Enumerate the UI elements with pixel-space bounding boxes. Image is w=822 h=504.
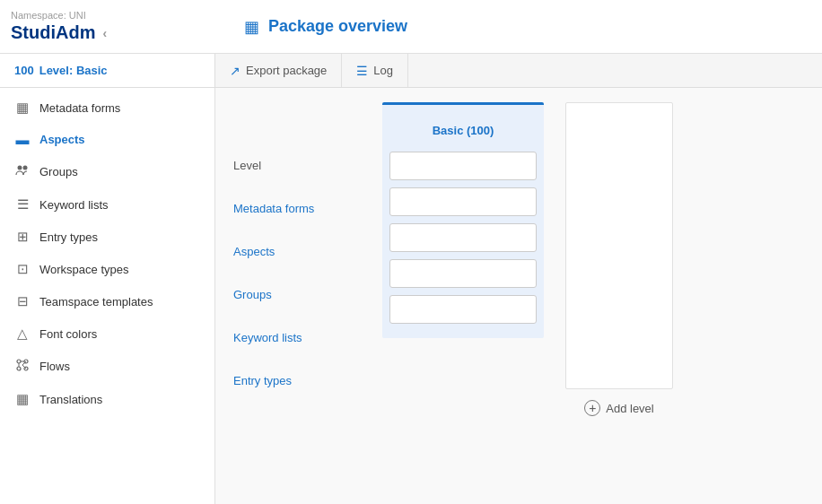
namespace-label: Namespace: UNI: [11, 10, 226, 21]
export-label: Export package: [246, 64, 327, 77]
collapse-icon[interactable]: ‹: [102, 26, 107, 40]
sidebar-item-keyword-lists[interactable]: ☰ Keyword lists: [0, 188, 214, 221]
sidebar-item-label: Aspects: [39, 133, 85, 146]
level-name: Level: Basic: [39, 64, 108, 77]
page-header-title: Package overview: [268, 17, 407, 36]
namespace-title-wrap: Namespace: UNI StudiAdm ‹: [11, 10, 226, 43]
log-label: Log: [373, 64, 393, 77]
level-input-groups[interactable]: [389, 223, 537, 252]
row-label-metadata-forms: Metadata forms: [233, 187, 368, 230]
sidebar-item-label: Flows: [39, 360, 70, 373]
row-label-level: Level: [233, 143, 368, 187]
export-icon: ↗: [230, 64, 240, 78]
svg-point-0: [18, 166, 22, 170]
workspace-types-icon: ⊡: [14, 261, 31, 277]
sidebar-item-entry-types[interactable]: ⊞ Entry types: [0, 221, 214, 253]
translations-icon: ▦: [14, 391, 31, 407]
flows-icon: [14, 358, 31, 375]
sidebar-item-aspects[interactable]: ▬ Aspects: [0, 124, 214, 155]
sub-toolbar: 100 Level: Basic ↗ Export package ☰ Log: [0, 54, 822, 88]
sidebar-item-label: Keyword lists: [39, 198, 109, 212]
top-header: Namespace: UNI StudiAdm ‹ ▦ Package over…: [0, 0, 822, 54]
page-header-area: ▦ Package overview: [226, 17, 407, 37]
level-card-header: Basic (100): [389, 109, 537, 152]
groups-icon: [14, 163, 31, 180]
keyword-lists-icon: ☰: [14, 196, 31, 213]
sidebar-item-flows[interactable]: Flows: [0, 350, 214, 383]
sidebar: ▦ Metadata forms ▬ Aspects Groups ☰ Keyw…: [0, 88, 215, 504]
sidebar-item-workspace-types[interactable]: ⊡ Workspace types: [0, 253, 214, 285]
sidebar-item-label: Teamspace templates: [39, 295, 153, 308]
export-package-button[interactable]: ↗ Export package: [215, 54, 342, 87]
log-icon: ☰: [356, 64, 368, 78]
aspects-icon: ▬: [14, 132, 31, 147]
sidebar-item-font-colors[interactable]: △ Font colors: [0, 317, 214, 350]
font-colors-icon: △: [14, 326, 31, 342]
labels-column: LevelMetadata formsAspectsGroupsKeyword …: [233, 102, 368, 402]
add-level-label: Add level: [606, 402, 653, 415]
sidebar-item-groups[interactable]: Groups: [0, 155, 214, 188]
level-input-aspects[interactable]: [389, 187, 537, 216]
level-number: 100: [14, 64, 34, 77]
add-level-area[interactable]: +Add level: [584, 396, 653, 420]
toolbar-actions: ↗ Export package ☰ Log: [215, 54, 408, 87]
row-label-groups: Groups: [233, 273, 368, 316]
svg-point-1: [23, 166, 28, 170]
sidebar-item-label: Font colors: [39, 327, 97, 341]
row-label-keyword-lists: Keyword lists: [233, 316, 368, 359]
row-label-aspects: Aspects: [233, 230, 368, 273]
svg-point-2: [17, 360, 21, 363]
right-panel: [565, 102, 673, 389]
add-level-icon: +: [584, 400, 600, 416]
sidebar-item-label: Metadata forms: [39, 101, 120, 115]
level-input-entry-types[interactable]: [389, 295, 537, 324]
right-column: +Add level: [565, 102, 673, 420]
sidebar-item-label: Groups: [39, 165, 78, 178]
level-badge: 100 Level: Basic: [0, 54, 215, 87]
app-title: StudiAdm ‹: [11, 22, 226, 43]
row-label-entry-types: Entry types: [233, 359, 368, 402]
sidebar-item-teamspace-templates[interactable]: ⊟ Teamspace templates: [0, 285, 214, 317]
content-area: LevelMetadata formsAspectsGroupsKeyword …: [215, 88, 822, 504]
page-header-icon: ▦: [244, 17, 259, 37]
metadata-forms-icon: ▦: [14, 100, 31, 116]
entry-types-icon: ⊞: [14, 229, 31, 245]
sidebar-item-translations[interactable]: ▦ Translations: [0, 383, 214, 415]
sidebar-item-label: Entry types: [39, 230, 98, 244]
level-card-wrap: Basic (100): [382, 102, 544, 338]
sidebar-item-metadata-forms[interactable]: ▦ Metadata forms: [0, 91, 214, 124]
log-button[interactable]: ☰ Log: [342, 54, 408, 87]
svg-point-4: [17, 367, 21, 370]
level-input-keyword-lists[interactable]: [389, 259, 537, 288]
sidebar-item-label: Translations: [39, 393, 102, 406]
app-title-text: StudiAdm: [11, 22, 95, 43]
teamspace-templates-icon: ⊟: [14, 293, 31, 309]
main-content: ▦ Metadata forms ▬ Aspects Groups ☰ Keyw…: [0, 88, 822, 504]
sidebar-item-label: Workspace types: [39, 263, 128, 276]
level-input-metadata-forms[interactable]: [389, 152, 537, 180]
